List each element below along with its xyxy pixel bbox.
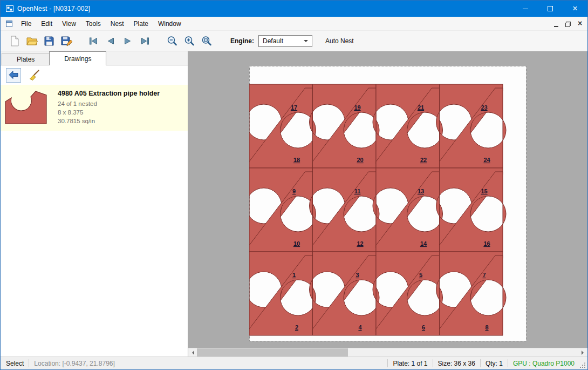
next-plate-icon (122, 35, 134, 47)
drawing-title: 4980 A05 Extraction pipe holder (58, 90, 160, 97)
scroll-left-button[interactable] (188, 348, 197, 357)
open-button[interactable] (23, 33, 40, 49)
part-number-3: 3 (355, 272, 359, 278)
part-number-10: 10 (293, 240, 300, 247)
menubar: File Edit View Tools Nest Plate Window × (1, 17, 587, 31)
next-plate-button[interactable] (119, 33, 136, 49)
save-icon (43, 35, 55, 47)
clean-button[interactable] (26, 68, 42, 83)
plate-svg[interactable]: 171819202122232491011121314151612345678 (249, 66, 527, 341)
last-plate-icon (139, 35, 151, 47)
menu-item-view[interactable]: View (57, 18, 81, 30)
zoom-out-button[interactable] (163, 33, 181, 49)
status-qty: Qty: 1 (486, 360, 503, 367)
tab-drawings[interactable]: Drawings (49, 51, 106, 65)
status-location: Location: [-0.9437, 21.8796] (34, 360, 114, 367)
drawing-list-item[interactable]: 4980 A05 Extraction pipe holder 24 of 1 … (1, 85, 188, 131)
menu-item-nest[interactable]: Nest (106, 18, 129, 30)
menu-item-tools[interactable]: Tools (81, 18, 106, 30)
status-mode: Select (1, 360, 24, 367)
part-number-2: 2 (295, 324, 298, 331)
zoom-fit-button[interactable] (198, 33, 215, 49)
scroll-right-button[interactable] (579, 348, 587, 357)
part-number-7: 7 (482, 272, 486, 278)
part-number-22: 22 (420, 157, 427, 163)
engine-label: Engine: (230, 37, 254, 45)
part-number-16: 16 (483, 240, 490, 247)
chevron-down-icon (304, 40, 308, 44)
engine-select[interactable]: Default (258, 35, 312, 47)
titlebar: OpenNest - [N0317-002] × (1, 1, 587, 17)
status-separator (433, 359, 433, 367)
maximize-button[interactable] (538, 1, 563, 17)
menu-item-file[interactable]: File (16, 18, 36, 30)
document-icon (5, 19, 13, 28)
app-icon (5, 4, 14, 13)
clean-icon (28, 69, 40, 81)
engine-select-value: Default (263, 37, 283, 45)
scrollbar-thumb[interactable] (197, 348, 348, 357)
horizontal-scrollbar[interactable] (188, 348, 587, 356)
part-number-21: 21 (418, 104, 424, 111)
mdi-restore-button[interactable] (562, 18, 574, 29)
scroll-right-icon (582, 351, 586, 355)
drawings-panel: 4980 A05 Extraction pipe holder 24 of 1 … (1, 65, 188, 356)
last-plate-button[interactable] (136, 33, 154, 49)
return-part-icon (8, 69, 19, 81)
drawing-item-text: 4980 A05 Extraction pipe holder 24 of 1 … (58, 90, 160, 125)
menu-item-edit[interactable]: Edit (36, 18, 57, 30)
drawing-dimensions: 8 x 8.375 (58, 108, 160, 117)
plate: 171819202122232491011121314151612345678 (249, 66, 527, 341)
part-number-13: 13 (418, 188, 424, 194)
opennest-window: OpenNest - [N0317-002] × File Edit View … (0, 0, 588, 370)
part-number-12: 12 (357, 240, 363, 247)
tabstrip: Plates Drawings (1, 51, 188, 65)
drawing-area: 30.7815 sq/in (58, 117, 160, 125)
status-size: Size: 36 x 36 (438, 360, 475, 367)
minimize-button[interactable] (513, 1, 538, 17)
part-number-18: 18 (293, 157, 300, 163)
part-number-14: 14 (420, 240, 427, 247)
return-part-button[interactable] (6, 68, 21, 83)
part-number-15: 15 (481, 188, 487, 194)
part-number-19: 19 (354, 104, 360, 111)
nest-canvas[interactable]: 171819202122232491011121314151612345678 (188, 51, 587, 348)
part-number-8: 8 (485, 324, 488, 331)
part-number-9: 9 (292, 188, 296, 194)
previous-plate-icon (105, 35, 117, 47)
previous-plate-button[interactable] (102, 33, 119, 49)
save-as-button[interactable] (58, 33, 75, 49)
first-plate-icon (87, 35, 99, 47)
menu-item-window[interactable]: Window (153, 18, 186, 30)
part-number-24: 24 (483, 157, 490, 163)
open-folder-icon (26, 35, 38, 47)
close-button[interactable]: × (563, 1, 587, 17)
window-title: OpenNest - [N0317-002] (17, 5, 90, 12)
save-button[interactable] (40, 33, 58, 49)
zoom-out-icon (166, 35, 178, 47)
auto-nest-button[interactable]: Auto Nest (325, 37, 354, 45)
part-number-1: 1 (292, 272, 296, 278)
menu-item-plate[interactable]: Plate (129, 18, 153, 30)
status-separator (387, 359, 388, 367)
tab-plates[interactable]: Plates (2, 53, 50, 65)
part-number-5: 5 (419, 272, 422, 278)
main-toolbar: Engine: Default Auto Nest (1, 31, 587, 51)
part-number-17: 17 (291, 104, 297, 111)
part-number-11: 11 (354, 188, 361, 194)
save-as-icon (60, 35, 72, 47)
new-button[interactable] (6, 33, 23, 49)
part-number-4: 4 (358, 324, 362, 331)
new-file-icon (9, 35, 20, 47)
resize-grip[interactable] (579, 361, 586, 368)
first-plate-button[interactable] (85, 33, 102, 49)
status-plate: Plate: 1 of 1 (393, 360, 427, 367)
zoom-in-button[interactable] (181, 33, 198, 49)
mdi-minimize-button[interactable] (550, 18, 562, 29)
status-separator (480, 359, 481, 367)
status-gpu: GPU : Quadro P1000 (513, 360, 575, 367)
mdi-close-button[interactable]: × (574, 18, 586, 29)
part-number-6: 6 (422, 324, 425, 331)
part-thumbnail (5, 90, 47, 124)
status-separator (508, 359, 508, 367)
